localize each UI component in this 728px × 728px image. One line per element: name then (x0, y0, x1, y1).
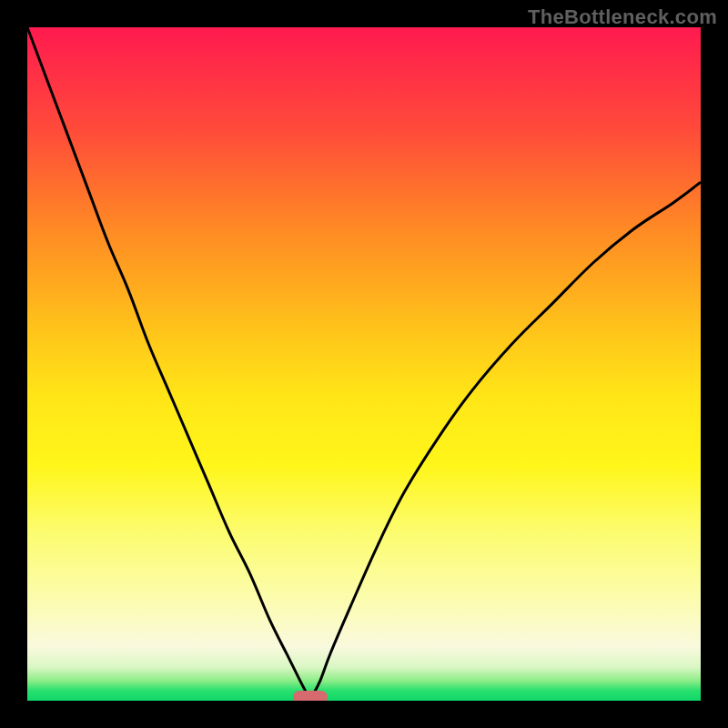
plot-area (27, 27, 701, 701)
curve-layer (27, 27, 701, 701)
chart-frame: TheBottleneck.com (0, 0, 728, 728)
watermark-text: TheBottleneck.com (528, 5, 717, 29)
curve-left-branch (27, 27, 308, 697)
curve-right-branch (311, 182, 701, 697)
